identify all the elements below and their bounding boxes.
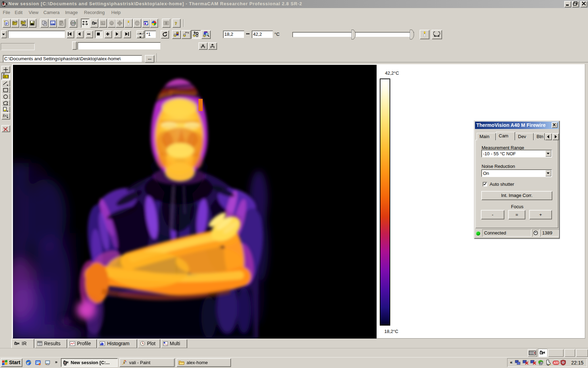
svg-text:22.7: 22.7 — [4, 75, 8, 78]
svg-text:?: ? — [175, 21, 177, 26]
svg-text:Ƥ%: Ƥ% — [185, 32, 189, 34]
svg-text:STOP: STOP — [136, 23, 140, 25]
svg-text:.img: .img — [21, 24, 26, 26]
svg-text:22.1: 22.1 — [51, 23, 54, 25]
svg-text:ATI: ATI — [553, 361, 559, 364]
